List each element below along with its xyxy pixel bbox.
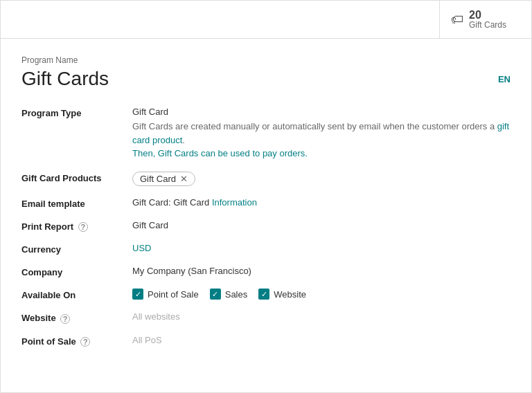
program-type-description: Gift Cards are created manually or autom… <box>132 120 511 161</box>
website-row: Website ? All websites <box>21 311 511 324</box>
program-name-label: Program Name <box>21 55 511 65</box>
main-container: 🏷 20 Gift Cards Program Name Gift Cards … <box>0 0 532 393</box>
checkbox-website[interactable] <box>258 289 269 300</box>
avail-label-pos: Point of Sale <box>148 289 199 300</box>
checkbox-pos[interactable] <box>132 289 143 300</box>
email-template-label: Email template <box>21 197 132 209</box>
currency-value[interactable]: USD <box>132 243 511 253</box>
print-report-value: Gift Card <box>132 220 511 230</box>
gift-card-products-row: Gift Card Products Gift Card ✕ <box>21 172 511 186</box>
company-label: Company <box>21 266 132 277</box>
program-type-label: Program Type <box>21 107 132 118</box>
company-row: Company My Company (San Francisco) <box>21 266 511 277</box>
gift-cards-header-button[interactable]: 🏷 20 Gift Cards <box>439 1 517 38</box>
avail-label-sales: Sales <box>225 289 248 300</box>
gift-card-products-value: Gift Card ✕ <box>132 172 511 186</box>
page-title: Gift Cards <box>21 68 484 90</box>
avail-item-sales[interactable]: Sales <box>210 289 248 300</box>
point-of-sale-label-text: Point of Sale <box>21 336 76 347</box>
chip-label: Gift Card <box>140 174 176 184</box>
avail-item-pos[interactable]: Point of Sale <box>132 289 199 300</box>
gift-card-chip[interactable]: Gift Card ✕ <box>132 172 195 186</box>
print-report-help-icon[interactable]: ? <box>78 222 88 232</box>
available-on-row: Available On Point of Sale Sales Website <box>21 289 511 300</box>
desc-text-1: Gift Cards are created manually or autom… <box>132 121 497 131</box>
print-report-label-text: Print Report <box>21 221 73 232</box>
lang-badge[interactable]: EN <box>498 74 511 84</box>
website-label: Website ? <box>21 311 132 324</box>
program-type-row: Program Type Gift Card Gift Cards are cr… <box>21 107 511 161</box>
gift-card-products-label: Gift Card Products <box>21 172 132 183</box>
available-on-checkboxes: Point of Sale Sales Website <box>132 289 511 300</box>
desc-text-3: Then, Gift Cards can be used to pay orde… <box>132 148 308 158</box>
company-value: My Company (San Francisco) <box>132 266 511 276</box>
website-help-icon[interactable]: ? <box>60 314 70 324</box>
tag-icon: 🏷 <box>451 12 463 27</box>
desc-text-2: . <box>182 135 185 145</box>
currency-label: Currency <box>21 243 132 255</box>
point-of-sale-row: Point of Sale ? All PoS <box>21 335 511 347</box>
checkbox-sales[interactable] <box>210 289 221 300</box>
point-of-sale-help-icon[interactable]: ? <box>80 337 90 347</box>
chip-close-icon[interactable]: ✕ <box>180 174 188 184</box>
program-type-text: Gift Card <box>132 107 511 117</box>
program-type-value: Gift Card Gift Cards are created manuall… <box>132 107 511 161</box>
point-of-sale-value: All PoS <box>132 335 511 345</box>
print-report-label: Print Report ? <box>21 220 132 232</box>
available-on-label: Available On <box>21 289 132 300</box>
available-on-value: Point of Sale Sales Website <box>132 289 511 300</box>
email-template-prefix: Gift Card: Gift Card <box>132 197 212 208</box>
gift-cards-count: 20 <box>469 9 506 21</box>
form-content: Program Name Gift Cards EN Program Type … <box>1 39 531 378</box>
header: 🏷 20 Gift Cards <box>1 1 531 39</box>
avail-item-website[interactable]: Website <box>258 289 306 300</box>
currency-row: Currency USD <box>21 243 511 255</box>
avail-label-website: Website <box>274 289 306 300</box>
point-of-sale-label: Point of Sale ? <box>21 335 132 347</box>
gift-cards-count-label: 20 Gift Cards <box>469 9 506 30</box>
email-template-row: Email template Gift Card: Gift Card Info… <box>21 197 511 209</box>
website-value: All websites <box>132 311 511 322</box>
print-report-row: Print Report ? Gift Card <box>21 220 511 232</box>
email-template-value: Gift Card: Gift Card Information <box>132 197 511 208</box>
title-row: Gift Cards EN <box>21 68 511 90</box>
email-template-link[interactable]: Information <box>212 197 257 208</box>
website-label-text: Website <box>21 313 56 323</box>
gift-cards-label: Gift Cards <box>469 21 506 30</box>
